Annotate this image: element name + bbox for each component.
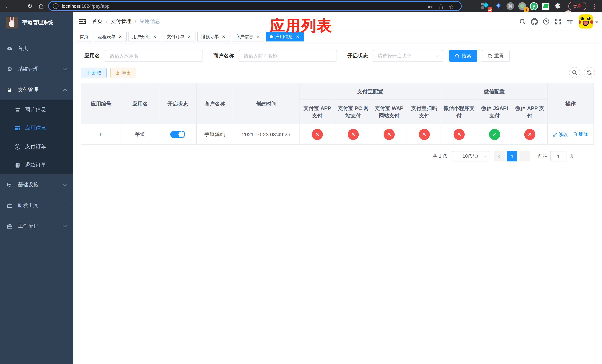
refresh-table-button[interactable] [584,67,595,78]
app-logo[interactable]: 芋道管理系统 [0,12,73,33]
app-name-label: 应用名 [85,53,100,59]
close-icon[interactable] [221,34,226,39]
grid-table-icon [14,125,21,131]
bookmark-star-icon[interactable]: ☆ [447,2,456,12]
extension-command-icon[interactable]: ⌘ [506,2,515,10]
url-text[interactable]: localhost:1024/pay/app [62,3,109,9]
github-icon[interactable] [528,12,540,31]
browser-back-icon[interactable]: ← [3,0,13,12]
site-info-icon[interactable]: i [53,3,58,9]
goto-page-input[interactable] [550,151,567,161]
collapse-sidebar-icon[interactable] [76,15,89,28]
pagination-total: 共 1 条 [433,153,448,160]
close-icon[interactable] [118,34,123,39]
sidebar-subitem-merchant-info[interactable]: 商户信息 [0,100,73,119]
sidebar-item-payment[interactable]: ¥ 支付管理 [0,80,73,100]
breadcrumb-item-home[interactable]: 首页 [92,18,103,25]
sidebar-item-workflow[interactable]: 工作流程 [0,216,73,237]
logo-image [6,17,18,29]
fullscreen-icon[interactable] [552,12,564,31]
tab-pay-order[interactable]: 支付订单 [163,32,195,42]
extension-diamond-icon[interactable]: 10 [481,2,490,10]
browser-toolbar: ← → ↻ i localhost:1024/pay/app ☆ 10 ⌘ 1 [0,0,602,12]
extension-chat-icon[interactable] [541,2,550,10]
col-header-wechat-mini: 微信小程序支付 [441,99,477,124]
sidebar-subitem-app-info[interactable]: 应用信息 [0,119,73,137]
sidebar-subitem-refund-order[interactable]: 退款订单 [0,156,73,174]
group-header-alipay: 支付宝配置 [299,83,441,99]
browser-home-icon[interactable] [36,0,46,12]
browser-update-button[interactable]: 更新 [568,2,586,10]
cross-status-icon [348,129,359,140]
add-button[interactable]: 新增 [81,68,107,78]
header-search-icon[interactable] [516,12,528,31]
delete-link[interactable]: 删除 [573,131,588,138]
col-header-alipay-qr: 支付宝扫码支付 [407,99,441,124]
tab-flow-form[interactable]: 流程表单 [94,32,127,42]
chevron-down-icon [63,67,67,71]
chevron-up-icon [63,89,67,92]
cell-create-time: 2021-10-23 08:49:25 [233,124,299,145]
merchant-name-label: 商户名称 [213,53,234,59]
status-select[interactable]: 请选择开启状态 [373,50,443,62]
application-window: ← → ↻ i localhost:1024/pay/app ☆ 10 ⌘ 1 [0,0,602,364]
password-key-icon[interactable] [425,2,434,12]
sidebar-item-system[interactable]: ⚙ 系统管理 [0,59,73,80]
page-content: 应用名 商户名称 开启状态 请选择开启状态 [73,43,602,161]
tags-view-bar: 首页 流程表单 用户分组 支付订单 退款订单 商户信息 应用信息 [73,31,602,43]
cell-alipay-wap-status [371,124,407,145]
search-button[interactable]: 搜索 [449,50,477,62]
help-icon[interactable] [540,12,552,31]
close-icon[interactable] [187,34,192,39]
status-toggle[interactable] [170,130,185,138]
reset-button[interactable]: 重置 [482,50,510,62]
share-icon[interactable] [437,2,445,12]
extensions-puzzle-icon[interactable] [553,2,562,10]
page-size-select[interactable]: 10条/页 [452,151,489,161]
extension-circle-icon[interactable]: 1 [517,2,527,10]
extension-y-icon[interactable]: y [529,2,538,10]
browser-reload-icon[interactable]: ↻ [25,0,35,12]
show-search-button[interactable] [569,67,580,78]
cell-wechat-jsapi-status [477,124,512,145]
app-name-input[interactable] [105,50,203,62]
browser-menu-icon[interactable] [592,2,597,10]
browser-forward-icon[interactable]: → [14,0,24,12]
payment-submenu: 商户信息 应用信息 ¥ 支付订单 [0,100,73,174]
yen-icon: ¥ [6,87,13,93]
sidebar-subitem-pay-order[interactable]: ¥ 支付订单 [0,137,73,156]
status-label: 开启状态 [347,53,368,59]
check-status-icon [489,129,500,140]
merchant-name-input[interactable] [239,50,337,62]
store-icon [14,107,21,112]
tab-refund-order[interactable]: 退款订单 [197,32,230,42]
tab-user-group[interactable]: 用户分组 [129,32,161,42]
user-avatar[interactable] [579,14,593,29]
export-button[interactable]: 导出 [110,68,136,78]
tab-merchant-info[interactable]: 商户信息 [232,32,264,42]
breadcrumb-item-payment[interactable]: 支付管理 [111,18,131,25]
sidebar-item-dev-tools[interactable]: 研发工具 [0,195,73,216]
extension-kite-icon[interactable] [494,2,503,10]
next-page-button[interactable] [519,151,530,161]
avatar-dropdown-caret[interactable] [595,21,598,23]
cross-status-icon [524,129,535,140]
close-icon[interactable] [256,34,261,39]
close-icon[interactable] [152,34,157,39]
sidebar-item-infrastructure[interactable]: 基础设施 [0,174,73,195]
dashboard-icon [6,45,13,52]
font-size-icon[interactable]: TT [564,12,576,31]
breadcrumb: 首页 / 支付管理 / 应用信息 [92,18,160,25]
sidebar-item-home[interactable]: 首页 [0,38,73,59]
cell-app-name: 芋道 [121,124,159,145]
pagination: 共 1 条 10条/页 1 前往 页 [81,151,595,161]
col-header-alipay-wap: 支付宝 WAP 网站支付 [371,99,407,124]
tab-home[interactable]: 首页 [76,32,92,42]
current-page-button[interactable]: 1 [507,151,517,161]
chevron-down-icon [63,224,67,227]
address-bar[interactable]: i localhost:1024/pay/app ☆ [48,1,462,11]
prev-page-button[interactable] [494,151,505,161]
col-header-app-name: 应用名 [121,83,159,124]
edit-link[interactable]: 修改 [553,131,568,138]
breadcrumb-item-app-info: 应用信息 [140,18,160,25]
